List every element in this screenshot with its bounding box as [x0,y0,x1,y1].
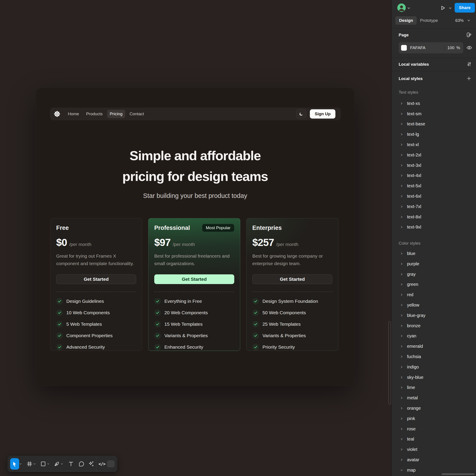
local-variables-header[interactable]: Local variables [399,62,429,67]
nav-link-products[interactable]: Products [84,110,105,118]
actions-tool-button[interactable] [87,458,95,470]
chevron-right-icon [400,355,403,358]
shape-tool-chevron-icon[interactable] [47,458,50,470]
color-style-item-gray[interactable]: gray [392,269,476,279]
variables-sliders-icon[interactable] [466,61,472,67]
color-style-item-pink[interactable]: pink [392,413,476,424]
color-style-item-purple[interactable]: purple [392,259,476,269]
color-style-item-metal[interactable]: metal [392,393,476,403]
page-color-swatch[interactable] [401,45,407,51]
chevron-down-icon [400,469,403,472]
tab-prototype[interactable]: Prototype [419,16,439,25]
color-style-item-sky-blue[interactable]: sky-blue [392,372,476,383]
style-item-label: avatar [407,457,419,462]
color-style-item-blue[interactable]: blue [392,248,476,259]
share-button[interactable]: Share [455,3,475,13]
text-tool-button[interactable] [68,458,75,470]
design-frame[interactable]: HomeProductsPricingContact Sign Up Simpl… [36,88,354,386]
style-item-label: text-6xl [407,194,421,199]
color-style-item-rose[interactable]: rose [392,424,476,434]
color-style-item-red[interactable]: red [392,289,476,300]
plan-name: Free [56,224,69,231]
text-style-item-text-7xl[interactable]: text-7xl [392,202,476,212]
text-style-item-text-2xl[interactable]: text-2xl [392,150,476,160]
get-started-button[interactable]: Get Started [56,274,136,284]
divider [392,58,476,58]
color-style-item-emerald[interactable]: emerald [392,341,476,352]
style-item-label: gray [407,272,416,277]
color-style-item-teal[interactable]: teal [392,434,476,444]
dev-mode-toggle-knob[interactable] [107,460,115,467]
canvas-vertical-scrollbar[interactable] [389,321,391,405]
styles-book-icon[interactable] [466,32,472,37]
plan-name: Professional [154,224,190,231]
color-style-item-fuchsia[interactable]: fuchsia [392,352,476,362]
text-style-item-text-sm[interactable]: text-sm [392,109,476,119]
nav-link-home[interactable]: Home [65,110,82,118]
chevron-right-icon [400,304,403,306]
text-style-item-text-5xl[interactable]: text-5xl [392,181,476,191]
color-style-item-cyan[interactable]: cyan [392,331,476,341]
frame-tool-button[interactable] [26,458,33,470]
pen-tool-chevron-icon[interactable] [60,458,63,470]
frame-tool-chevron-icon[interactable] [33,458,36,470]
page-opacity-field[interactable]: 100 % [444,45,463,50]
chevron-right-icon [400,122,403,125]
check-icon [252,321,259,327]
comment-tool-button[interactable] [78,458,85,470]
text-style-item-text-lg[interactable]: text-lg [392,129,476,139]
style-item-label: sky-blue [407,375,423,380]
theme-toggle-button[interactable] [296,110,306,118]
add-style-plus-icon[interactable] [466,76,472,81]
pen-tool-button[interactable] [53,458,61,470]
color-style-item-bronze[interactable]: bronze [392,321,476,331]
text-style-item-text-xl[interactable]: text-xl [392,139,476,150]
chevron-right-icon [400,438,403,441]
nav-link-contact[interactable]: Contact [127,110,147,118]
avatar-chevron-icon[interactable] [407,7,410,10]
shape-tool-button[interactable] [40,458,47,470]
feature-item: 15 Web Templates [154,318,234,330]
canvas-area[interactable]: HomeProductsPricingContact Sign Up Simpl… [0,0,391,476]
feature-label: Design Guidelines [66,299,104,304]
color-style-item-lime[interactable]: lime [392,383,476,393]
chevron-right-icon [400,396,403,399]
page-color-name[interactable]: FAFAFA [410,45,444,50]
color-style-item-green[interactable]: green [392,279,476,290]
sign-up-button[interactable]: Sign Up [310,109,335,119]
color-style-item-blue-gray[interactable]: blue-gray [392,310,476,321]
panel-horizontal-scrollbar[interactable] [442,473,475,475]
color-style-item-avatar[interactable]: avatar [392,455,476,465]
frame-icon [27,461,32,467]
nav-link-pricing[interactable]: Pricing [107,110,125,118]
get-started-button[interactable]: Get Started [154,274,234,284]
text-style-item-text-8xl[interactable]: text-8xl [392,212,476,222]
text-style-item-text-xs[interactable]: text-xs [392,98,476,109]
get-started-button[interactable]: Get Started [252,274,332,284]
style-item-label: green [407,282,418,287]
page-visibility-eye-icon[interactable] [466,45,472,51]
zoom-level-control[interactable]: 63% [455,16,470,25]
user-avatar[interactable] [397,3,406,12]
text-style-item-text-4xl[interactable]: text-4xl [392,170,476,181]
color-style-item-indigo[interactable]: indigo [392,362,476,372]
color-style-item-orange[interactable]: orange [392,403,476,413]
text-style-item-text-base[interactable]: text-base [392,119,476,129]
move-tool-button[interactable] [10,458,19,470]
tab-design[interactable]: Design [395,16,417,25]
feature-item: 25 Web Templates [252,318,332,330]
move-tool-chevron-icon[interactable] [19,458,22,470]
feature-item: Design System Foundation [252,295,332,307]
text-style-item-text-3xl[interactable]: text-3xl [392,160,476,170]
text-style-item-text-9xl[interactable]: text-9xl [392,222,476,233]
present-play-button[interactable] [440,5,446,11]
site-logo-icon[interactable] [54,111,60,117]
color-style-item-violet[interactable]: violet [392,444,476,455]
dashed-divider [154,291,234,292]
present-chevron-icon[interactable] [449,7,452,10]
text-style-item-text-6xl[interactable]: text-6xl [392,191,476,202]
color-style-item-yellow[interactable]: yellow [392,300,476,310]
dev-mode-toggle[interactable]: </> [99,460,115,467]
page-color-row[interactable]: FAFAFA 100 % [399,42,463,53]
text-styles-header: Text styles [399,90,418,95]
